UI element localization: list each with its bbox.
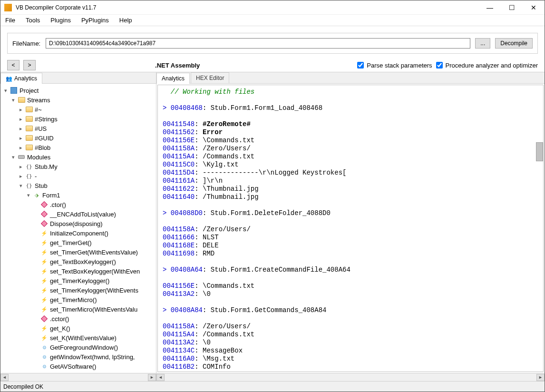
lightning-icon: ⚡: [41, 240, 48, 246]
tree-method[interactable]: ⚡get_K(): [0, 323, 156, 333]
tree-method[interactable]: ⚡get_TextBoxKeylogger(): [0, 257, 156, 266]
code-line: [163, 217, 538, 225]
chk-parse-stack[interactable]: Parse stack parameters: [357, 62, 432, 69]
gear-icon: ⚙: [42, 354, 47, 360]
braces-icon: {}: [26, 164, 32, 170]
statusbar: Decompiled OK: [0, 381, 545, 392]
tree-method[interactable]: ⚡get_TimerKeylogger(): [0, 276, 156, 285]
project-icon: [10, 87, 17, 94]
tree-method[interactable]: ⚡set_K(WithEventsValue): [0, 333, 156, 343]
tree-mod-stub[interactable]: ▾{}Stub: [0, 181, 156, 190]
lightning-icon: ⚡: [41, 259, 48, 265]
tree-method[interactable]: Dispose(disposing): [0, 219, 156, 228]
code-line: 004116B2: COMInfo: [163, 363, 538, 371]
scroll-right-icon[interactable]: ►: [536, 374, 545, 381]
browse-button[interactable]: ...: [475, 38, 490, 49]
lightning-icon: ⚡: [41, 268, 48, 274]
decompile-button[interactable]: Decompile: [495, 38, 533, 49]
code-line: > 00408A64: Stub.Form1.CreateCommandFile…: [163, 266, 538, 274]
scroll-right-icon[interactable]: ►: [148, 374, 156, 381]
code-line: 004115A4: /Commands.txt: [163, 153, 538, 161]
code-line: [163, 96, 538, 104]
code-line: 004115D4: --------------\r\nLogged Keyst…: [163, 169, 538, 177]
tree-method[interactable]: ⚡set_TimerKeylogger(WithEvents: [0, 285, 156, 295]
code-line: [163, 258, 538, 266]
lightning-icon: ⚡: [41, 306, 48, 313]
right-tabstrip: Analytics HEX Editor: [156, 72, 545, 84]
gear-icon: ⚙: [42, 364, 47, 369]
tree-method[interactable]: ⚡set_TimerMicro(WithEventsValu: [0, 304, 156, 314]
braces-icon: {}: [26, 183, 32, 189]
tree-hscroll[interactable]: ◄ ►: [0, 373, 156, 381]
lightning-icon: ⚡: [41, 249, 48, 255]
tab-analytics-right[interactable]: Analytics: [156, 73, 190, 84]
maximize-button[interactable]: ☐: [501, 0, 523, 14]
menu-help[interactable]: Help: [117, 16, 134, 25]
code-line: 00411548: #ZeroRemote#: [163, 120, 538, 128]
tab-analytics-left[interactable]: 👥 Analytics: [0, 73, 42, 84]
code-view[interactable]: // Working with files > 00408468: Stub.F…: [157, 85, 544, 372]
menu-pyplugins[interactable]: PyPlugins: [79, 16, 111, 25]
code-line: 00411562: Error: [163, 128, 538, 137]
menubar: File Tools Plugins PyPlugins Help: [0, 15, 545, 26]
code-line: // Working with files: [163, 88, 538, 96]
folder-icon: [26, 126, 33, 131]
code-line: 0041158A: /Zero/Users/: [163, 225, 538, 234]
tree-method[interactable]: .cctor(): [0, 314, 156, 323]
tree-method[interactable]: ⚡set_TimerGet(WithEventsValue): [0, 247, 156, 257]
code-line: 0041158A: /Zero/Users/: [163, 145, 538, 153]
tree-stream-us[interactable]: ▸#US: [0, 124, 156, 133]
tree-stream-strings[interactable]: ▸#Strings: [0, 114, 156, 124]
tree-mod-dash[interactable]: ▸{}-: [0, 171, 156, 181]
lightning-icon: ⚡: [41, 230, 48, 236]
tree-method[interactable]: ⚡InitializeComponent(): [0, 228, 156, 238]
close-button[interactable]: ✕: [523, 0, 545, 14]
scroll-left-icon[interactable]: ◄: [156, 374, 165, 381]
tree-method[interactable]: ⚡get_TimerGet(): [0, 238, 156, 247]
tree-method[interactable]: ⚙GetForegroundWindow(): [0, 343, 156, 352]
minimize-button[interactable]: —: [479, 0, 501, 14]
project-tree[interactable]: ▾Project▾Streams▸#~▸#Strings▸#US▸#GUID▸#…: [0, 84, 156, 373]
tree-method[interactable]: __ENCAddToList(value): [0, 209, 156, 219]
titlebar: VB Decompiler Corporate v11.7 — ☐ ✕: [0, 0, 545, 15]
lightning-icon: ⚡: [41, 297, 48, 303]
tree-method[interactable]: .ctor(): [0, 200, 156, 209]
code-line: 00411640: /Thumbnail.jpg: [163, 193, 538, 201]
tree-stream-hash[interactable]: ▸#~: [0, 105, 156, 114]
tab-hex-editor[interactable]: HEX Editor: [191, 72, 229, 83]
code-line: > 00408468: Stub.Form1.Form1_Load_408468: [163, 104, 538, 112]
people-icon: 👥: [6, 76, 12, 82]
tree-class-form1[interactable]: ▾⬗Form1: [0, 190, 156, 200]
braces-icon: {}: [26, 173, 32, 179]
scroll-left-icon[interactable]: ◄: [0, 374, 9, 381]
code-line: > 004088D0: Stub.Form1.DeleteFolder_4088…: [163, 209, 538, 217]
tree-method[interactable]: ⚡set_TextBoxKeylogger(WithEven: [0, 266, 156, 276]
folder-icon: [26, 116, 33, 122]
tree-method[interactable]: ⚡get_TimerMicro(): [0, 295, 156, 304]
tree-streams[interactable]: ▾Streams: [0, 95, 156, 105]
tree-project[interactable]: ▾Project: [0, 86, 156, 95]
code-vscroll-thumb[interactable]: [536, 142, 543, 161]
filename-input[interactable]: [46, 38, 470, 49]
code-line: 00411666: NLST: [163, 234, 538, 242]
menu-plugins[interactable]: Plugins: [49, 16, 73, 25]
menu-file[interactable]: File: [3, 16, 17, 25]
chk-proc-analyzer[interactable]: Procedure analyzer and optimizer: [436, 62, 538, 69]
tree-mod-stubmy[interactable]: ▸{}Stub.My: [0, 162, 156, 171]
tree-stream-blob[interactable]: ▸#Blob: [0, 143, 156, 152]
code-line: 004116A0: \Msg.txt: [163, 355, 538, 363]
code-line: 00411622: \Thumbnail.jpg: [163, 185, 538, 193]
method-icon: [41, 201, 48, 208]
tree-stream-guid[interactable]: ▸#GUID: [0, 133, 156, 143]
menu-tools[interactable]: Tools: [24, 16, 42, 25]
tree-modules[interactable]: ▾Modules: [0, 152, 156, 162]
tree-method[interactable]: ⚙GetAVSoftware(): [0, 362, 156, 371]
code-line: 0041156E: \Commands.txt: [163, 137, 538, 145]
tree-method[interactable]: ⚙getWindowText(hwnd, lpString,: [0, 352, 156, 362]
window-title: VB Decompiler Corporate v11.7: [16, 4, 479, 11]
module-icon: [18, 155, 25, 159]
code-hscroll[interactable]: ◄ ►: [156, 373, 545, 381]
method-icon: [41, 315, 48, 322]
folder-icon: [26, 107, 33, 112]
lightning-icon: ⚡: [41, 278, 48, 284]
